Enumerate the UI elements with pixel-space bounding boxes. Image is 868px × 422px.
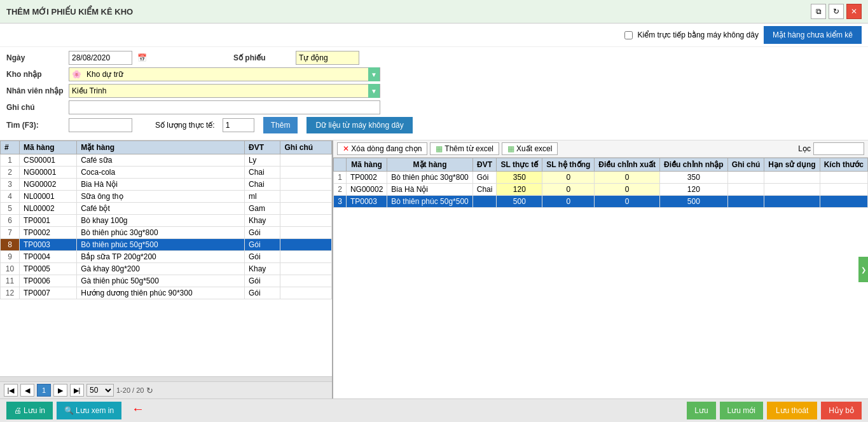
row-ma: TP0003 <box>20 239 77 251</box>
them-button[interactable]: Thêm <box>263 117 298 133</box>
right-row-num: 3 <box>334 196 347 208</box>
per-page-select[interactable]: 50 100 <box>86 384 114 397</box>
luu-moi-button[interactable]: Lưu mới <box>720 402 763 419</box>
table-row[interactable]: 10 TP0005 Gà khay 80g*200 Khay <box>1 263 332 275</box>
left-scrollbar[interactable] <box>0 376 332 381</box>
row-ghi-chu <box>280 191 332 203</box>
next-page-btn[interactable]: ▶ <box>53 384 67 397</box>
table-row[interactable]: 3 NG00002 Bia Hà Nội Chai <box>1 179 332 191</box>
so-phieu-label: Số phiếu <box>233 53 291 62</box>
row-ma: TP0005 <box>20 263 77 275</box>
table-row[interactable]: 6 TP0001 Bò khay 100g Khay <box>1 215 332 227</box>
refresh-icon[interactable]: ↻ <box>146 386 153 395</box>
so-phieu-input[interactable] <box>296 51 359 65</box>
row-ghi-chu <box>280 239 332 251</box>
table-row[interactable]: 2 NG00001 Coca-cola Chai <box>1 167 332 179</box>
right-sl-he-thong: 0 <box>542 172 595 184</box>
table-row[interactable]: 11 TP0006 Gà thiên phúc 50g*500 Gói <box>1 275 332 287</box>
tim-input[interactable] <box>69 118 132 132</box>
row-num: 5 <box>1 203 20 215</box>
sl-thuc-te-input[interactable] <box>223 118 254 132</box>
row-num: 6 <box>1 215 20 227</box>
kiem-truc-tiep-checkbox[interactable] <box>624 31 633 39</box>
row-ten: Gà thiên phúc 50g*500 <box>77 275 245 287</box>
nhan-vien-dropdown[interactable]: ▼ <box>368 84 380 98</box>
first-page-btn[interactable]: |◀ <box>4 384 18 397</box>
row-ma: TP0004 <box>20 251 77 263</box>
table-row[interactable]: 2 NG00002 Bia Hà Nội Chai 120 0 0 120 <box>334 184 868 196</box>
huy-bo-button[interactable]: Hủy bỏ <box>821 402 862 419</box>
luu-thoat-button[interactable]: Lưu thoát <box>767 402 817 419</box>
right-col-dc-xuat: Điều chỉnh xuất <box>595 158 660 172</box>
table-row[interactable]: 3 TP0003 Bò thiên phúc 50g*500 500 0 0 5… <box>334 196 868 208</box>
right-row-num: 1 <box>334 172 347 184</box>
right-sl-thuc-te[interactable]: 500 <box>497 196 542 208</box>
row-ten: Bò thiên phúc 30g*800 <box>77 227 245 239</box>
search-icon: 🔍 <box>64 406 74 415</box>
table-row[interactable]: 7 TP0002 Bò thiên phúc 30g*800 Gói <box>1 227 332 239</box>
right-sl-thuc-te[interactable]: 350 <box>497 172 542 184</box>
close-icon-btn[interactable]: ✕ <box>846 4 862 19</box>
right-panel-toggle[interactable]: ❯ <box>858 257 868 282</box>
table-row[interactable]: 9 TP0004 Bắp sữa TP 200g*200 Gói <box>1 251 332 263</box>
nhan-vien-value: Kiều Trinh <box>69 86 368 95</box>
kho-nhap-dropdown[interactable]: ▼ <box>368 67 380 81</box>
table-row[interactable]: 5 NL00002 Café bột Gam <box>1 203 332 215</box>
footer-bar: 🖨 Lưu in 🔍 Lưu xem in ← Lưu Lưu mới Lưu … <box>0 398 868 422</box>
right-sl-thuc-te[interactable]: 120 <box>497 184 542 196</box>
ngay-label: Ngày <box>6 53 64 62</box>
row-dvt: Khay <box>244 263 280 275</box>
header-actions: ⧉ ↻ ✕ <box>811 4 862 19</box>
col-ma-hang: Mã hàng <box>20 141 77 154</box>
left-data-table: # Mã hàng Mặt hàng ĐVT Ghi chú 1 CS00001… <box>0 140 332 299</box>
luu-in-button[interactable]: 🖨 Lưu in <box>6 402 53 419</box>
du-lieu-button[interactable]: Dữ liệu từ máy không dây <box>307 117 412 133</box>
refresh-icon-btn[interactable]: ↻ <box>829 4 844 19</box>
table-row[interactable]: 4 NL00001 Sữa ông thọ ml <box>1 191 332 203</box>
right-row-ten: Bò thiên phúc 50g*500 <box>387 196 472 208</box>
sl-thuc-te-label: Số lượng thực tế: <box>155 121 215 130</box>
luu-xem-in-button[interactable]: 🔍 Lưu xem in <box>57 402 121 419</box>
table-row[interactable]: 8 TP0003 Bò thiên phúc 50g*500 Gói <box>1 239 332 251</box>
right-dc-nhap: 350 <box>660 172 728 184</box>
table-row[interactable]: 1 TP0002 Bò thiên phúc 30g*800 Gói 350 0… <box>334 172 868 184</box>
right-col-sl-thuc-te: SL thực tế <box>497 158 542 172</box>
ghi-chu-input[interactable] <box>69 100 380 114</box>
copy-icon-btn[interactable]: ⧉ <box>811 4 826 19</box>
row-ghi-chu <box>280 227 332 239</box>
xoa-dong-button[interactable]: ✕ Xóa dòng đang chọn <box>337 142 427 155</box>
row-ma: NL00001 <box>20 191 77 203</box>
them-excel-button[interactable]: ▦ Thêm từ excel <box>430 142 499 155</box>
row-num: 9 <box>1 251 20 263</box>
right-col-dvt: ĐVT <box>472 158 497 172</box>
row-ghi-chu <box>280 263 332 275</box>
table-row[interactable]: 12 TP0007 Hướng dương thiên phúc 90*300 … <box>1 287 332 299</box>
filter-input[interactable] <box>813 142 864 155</box>
row-dvt: Chai <box>244 179 280 191</box>
last-page-btn[interactable]: ▶| <box>70 384 84 397</box>
right-sl-he-thong: 0 <box>542 184 595 196</box>
header-bar: THÊM MỚI PHIẾU KIỂM KÊ KHO ⧉ ↻ ✕ <box>0 0 868 24</box>
prev-page-btn[interactable]: ◀ <box>20 384 34 397</box>
arrow-left-annotation: ← <box>132 402 144 419</box>
right-sl-he-thong: 0 <box>542 196 595 208</box>
row-dvt: Gói <box>244 287 280 299</box>
tim-label: Tìm (F3): <box>6 121 64 130</box>
calendar-icon[interactable]: 📅 <box>137 53 147 62</box>
table-row[interactable]: 1 CS00001 Café sữa Ly <box>1 154 332 167</box>
row-dvt: Gói <box>244 239 280 251</box>
row-num: 11 <box>1 275 20 287</box>
ngay-input[interactable] <box>69 51 132 65</box>
right-col-sl-he-thong: SL hệ thống <box>542 158 595 172</box>
row-num: 7 <box>1 227 20 239</box>
right-col-han-sd: Hạn sử dụng <box>764 158 820 172</box>
left-panel: # Mã hàng Mặt hàng ĐVT Ghi chú 1 CS00001… <box>0 140 333 398</box>
row-num: 2 <box>1 167 20 179</box>
form-area: Ngày 📅 Số phiếu Kho nhập 🌸 Kho dự trữ ▼ … <box>0 47 868 140</box>
xuat-excel-button[interactable]: ▦ Xuất excel <box>502 142 558 155</box>
mat-hang-chua-kiem-ke-button[interactable]: Mặt hàng chưa kiểm kê <box>764 26 862 44</box>
page-1-btn[interactable]: 1 <box>37 384 51 397</box>
right-toolbar-left: ✕ Xóa dòng đang chọn ▦ Thêm từ excel ▦ X… <box>337 142 558 155</box>
content-area: # Mã hàng Mặt hàng ĐVT Ghi chú 1 CS00001… <box>0 140 868 398</box>
luu-button[interactable]: Lưu <box>687 402 715 419</box>
